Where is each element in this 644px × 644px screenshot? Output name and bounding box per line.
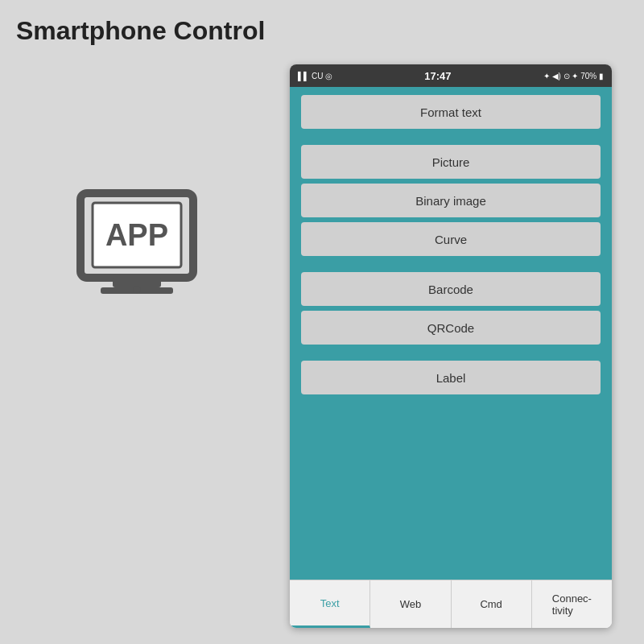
page-title: Smartphone Control [16,16,265,46]
spacer-3 [301,349,601,361]
tab-text[interactable]: Text [290,580,370,628]
tab-cmd[interactable]: Cmd [452,580,532,628]
qrcode-button[interactable]: QRCode [301,311,601,345]
status-bar: ▌▌ CU ◎ 17:47 ✦ ◀) ⊙ ✦ 70% ▮ [290,64,612,87]
tab-bar: Text Web Cmd Connec-tivity [290,580,612,628]
app-icon-area: APP [48,161,225,322]
curve-button[interactable]: Curve [301,222,601,256]
phone-content: Format text Picture Binary image Curve B… [290,87,612,580]
tab-connectivity[interactable]: Connec-tivity [532,580,612,628]
phone-frame: ▌▌ CU ◎ 17:47 ✦ ◀) ⊙ ✦ 70% ▮ Format text… [290,64,612,628]
svg-text:APP: APP [105,218,168,252]
label-button[interactable]: Label [301,361,601,394]
tab-web[interactable]: Web [370,580,451,628]
app-icon-svg: APP [56,161,217,322]
spacer-1 [301,134,601,145]
format-text-button[interactable]: Format text [301,95,601,129]
status-time: 17:47 [424,70,451,82]
spacer-2 [301,261,601,272]
barcode-button[interactable]: Barcode [301,272,601,306]
status-left: ▌▌ CU ◎ [298,72,332,80]
svg-point-5 [133,286,141,294]
status-right: ✦ ◀) ⊙ ✦ 70% ▮ [543,72,604,80]
picture-button[interactable]: Picture [301,145,601,179]
binary-image-button[interactable]: Binary image [301,184,601,217]
